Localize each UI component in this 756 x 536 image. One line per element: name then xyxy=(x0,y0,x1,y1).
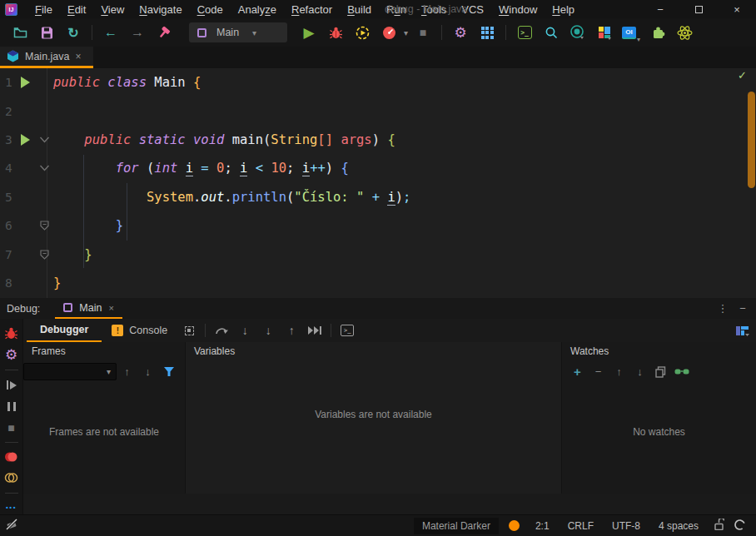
view-breakpoints-button[interactable] xyxy=(4,450,19,464)
menu-item-help[interactable]: Help xyxy=(545,2,582,17)
code-line-text[interactable]: for (int i = 0; i < 10; i++) { xyxy=(47,161,349,176)
hide-tool-window-button[interactable]: − xyxy=(733,302,753,315)
search-button[interactable] xyxy=(540,22,562,43)
close-tab-icon[interactable]: × xyxy=(76,51,82,62)
step-into-button[interactable]: ↓ xyxy=(235,321,255,340)
add-watch-button[interactable]: + xyxy=(567,363,588,380)
debug-settings-button[interactable]: ⚙ xyxy=(4,347,19,362)
close-button[interactable]: × xyxy=(718,0,756,18)
menu-item-navigate[interactable]: Navigate xyxy=(132,2,189,17)
run-with-coverage-button[interactable] xyxy=(351,22,373,43)
intellij-logo-icon[interactable]: IJ xyxy=(5,3,17,16)
mute-breakpoints-button[interactable] xyxy=(4,471,19,484)
show-watches-in-variables-button[interactable] xyxy=(671,363,692,380)
toolwindow-toggle-button[interactable] xyxy=(5,518,18,534)
more-actions-button[interactable]: ••• xyxy=(4,501,19,514)
step-over-button[interactable] xyxy=(211,321,231,340)
line-separator-widget[interactable]: CRLF xyxy=(568,520,594,532)
science-button[interactable] xyxy=(674,22,695,43)
menu-item-analyze[interactable]: Analyze xyxy=(231,2,284,17)
remove-watch-button[interactable]: − xyxy=(588,363,609,380)
thread-dropdown[interactable]: ▾ xyxy=(23,363,117,380)
notification-dot-icon[interactable] xyxy=(509,520,520,531)
previous-frame-button[interactable]: ↑ xyxy=(117,363,137,380)
gutter-cell[interactable]: 6 xyxy=(0,211,47,240)
next-frame-button[interactable]: ↓ xyxy=(137,363,158,380)
save-all-button[interactable] xyxy=(36,22,57,43)
gutter-cell[interactable]: 8 xyxy=(0,269,47,297)
lock-widget[interactable] xyxy=(714,519,724,533)
editor-scrollbar-thumb[interactable] xyxy=(748,92,755,188)
gutter-cell[interactable]: 4 xyxy=(0,154,47,182)
copy-watch-button[interactable] xyxy=(650,363,671,380)
code-line-text[interactable]: public static void main(String[] args) { xyxy=(47,132,395,147)
gutter-cell[interactable]: 7 xyxy=(0,240,47,268)
inspection-ok-icon[interactable]: ✓ xyxy=(738,69,747,82)
build-button[interactable] xyxy=(153,22,175,43)
gutter-cell[interactable]: 2 xyxy=(0,97,47,125)
evaluate-console-button[interactable]: >_ xyxy=(337,321,357,340)
debug-button[interactable] xyxy=(325,22,346,43)
profiler-button[interactable] xyxy=(378,22,400,43)
code-line-text[interactable]: public class Main { xyxy=(47,75,201,90)
close-session-icon[interactable]: × xyxy=(108,303,113,313)
back-button[interactable]: ← xyxy=(100,22,122,43)
fold-close-icon[interactable] xyxy=(39,249,50,260)
fold-open-icon[interactable] xyxy=(39,165,50,172)
menu-item-edit[interactable]: Edit xyxy=(60,2,93,17)
force-step-into-button[interactable]: ↓ xyxy=(258,321,278,340)
tab-debugger[interactable]: Debugger xyxy=(27,319,102,342)
run-line-icon[interactable] xyxy=(21,134,30,146)
plugins-button[interactable] xyxy=(647,22,669,43)
material-layout-button[interactable] xyxy=(594,22,615,43)
debug-toolwindow-button[interactable] xyxy=(4,326,19,340)
show-execution-point-button[interactable] xyxy=(179,321,199,340)
minimize-button[interactable]: − xyxy=(641,0,679,18)
tab-main-java[interactable]: Main.java × xyxy=(0,47,93,68)
stop-button[interactable]: ■ xyxy=(412,22,434,43)
step-out-button[interactable]: ↑ xyxy=(281,321,301,340)
gutter-cell[interactable]: 3 xyxy=(0,126,47,154)
menu-item-code[interactable]: Code xyxy=(190,2,231,17)
gutter-cell[interactable]: 5 xyxy=(0,183,47,211)
fold-close-icon[interactable] xyxy=(39,221,50,231)
move-watch-up-button[interactable]: ↑ xyxy=(609,363,629,380)
caret-position-widget[interactable]: 2:1 xyxy=(535,520,550,532)
menu-item-build[interactable]: Build xyxy=(340,2,379,17)
code-editor[interactable]: 1public class Main {23 public static voi… xyxy=(0,68,756,298)
encoding-widget[interactable]: UTF-8 xyxy=(612,520,640,532)
open-folder-button[interactable] xyxy=(9,22,31,43)
menu-item-file[interactable]: File xyxy=(27,2,60,17)
run-line-icon[interactable] xyxy=(21,77,30,88)
debug-session-tab[interactable]: Main × xyxy=(55,298,122,319)
filter-frames-button[interactable] xyxy=(158,363,179,380)
profiler-chevron-icon[interactable]: ▾ xyxy=(404,28,408,37)
run-button[interactable]: ▶ xyxy=(298,22,320,43)
menu-item-refactor[interactable]: Refactor xyxy=(284,2,340,17)
code-line-text[interactable]: System.out.println("Číslo: " + i); xyxy=(47,190,410,205)
run-to-cursor-button[interactable] xyxy=(305,321,325,340)
gutter-cell[interactable]: 1 xyxy=(0,68,47,97)
move-watch-down-button[interactable]: ↓ xyxy=(629,363,650,380)
database-button[interactable]: OI▾ xyxy=(620,22,642,43)
pause-button[interactable] xyxy=(4,400,19,413)
code-analysis-widget[interactable] xyxy=(734,519,746,534)
code-line-text[interactable]: } xyxy=(47,218,123,233)
more-options-button[interactable]: ⋮ xyxy=(713,302,733,315)
stop-process-button[interactable]: ■ xyxy=(4,420,19,434)
fold-open-icon[interactable] xyxy=(39,136,50,143)
tab-console[interactable]: ! Console xyxy=(102,319,177,342)
code-line-text[interactable]: } xyxy=(47,275,61,290)
view-grid-button[interactable] xyxy=(476,22,498,43)
menu-item-view[interactable]: View xyxy=(93,2,132,17)
indent-widget[interactable]: 4 spaces xyxy=(659,520,699,532)
run-configuration-selector[interactable]: Main ▾ xyxy=(189,22,287,42)
record-button[interactable] xyxy=(567,22,589,43)
layout-settings-button[interactable] xyxy=(735,325,749,337)
sync-button[interactable]: ↻ xyxy=(62,22,84,43)
maximize-button[interactable] xyxy=(679,0,718,18)
theme-widget[interactable]: Material Darker xyxy=(414,518,499,534)
settings-button[interactable]: ⚙ xyxy=(450,22,471,43)
terminal-button[interactable]: >_ xyxy=(514,22,535,43)
resume-button[interactable] xyxy=(4,378,19,391)
